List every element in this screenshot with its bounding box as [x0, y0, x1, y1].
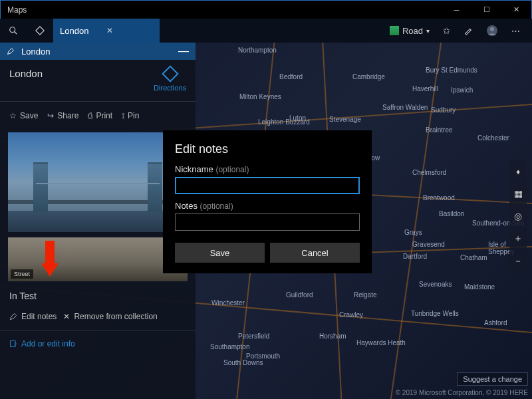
city-label: Horsham — [319, 332, 346, 340]
city-label: Leighton Buzzard — [258, 118, 310, 126]
edit-notes-button[interactable]: Edit notes — [9, 312, 57, 321]
notes-label: Notes (optional) — [175, 201, 360, 211]
city-label: Milton Keynes — [239, 93, 281, 100]
close-window-button[interactable]: ✕ — [501, 1, 531, 19]
city-label: Stevenage — [329, 116, 361, 123]
city-label: Sevenoaks — [419, 281, 452, 288]
city-label: South Downs — [223, 359, 263, 366]
print-action[interactable]: ⎙Print — [84, 108, 116, 123]
zoom-in-button[interactable]: ＋ — [509, 227, 527, 250]
edit-icon — [9, 340, 17, 348]
city-label: Gravesend — [412, 241, 445, 248]
window-title: Maps — [1, 5, 442, 15]
more-icon[interactable]: ⋯ — [505, 19, 527, 43]
city-label: Winchester — [211, 299, 245, 307]
edit-notes-dialog: Edit notes Nickname (optional) Notes (op… — [163, 130, 372, 273]
locate-icon[interactable]: ◎ — [509, 205, 527, 227]
notes-input[interactable] — [175, 213, 360, 231]
tilt-icon[interactable]: ▦ — [509, 182, 527, 205]
print-icon: ⎙ — [88, 111, 92, 120]
pin-icon: ⟟ — [122, 111, 124, 120]
pin-action[interactable]: ⟟Pin — [118, 108, 143, 123]
pencil-icon — [9, 313, 17, 321]
nickname-input[interactable] — [175, 177, 360, 194]
city-label: Saffron Walden — [382, 104, 428, 111]
city-label: Ashford — [484, 319, 507, 327]
directions-icon — [162, 65, 178, 82]
close-icon: ✕ — [63, 312, 70, 321]
map-controls: ⬧ ▦ ◎ ＋ － — [509, 160, 527, 273]
city-label: Haverhill — [412, 85, 438, 92]
save-button[interactable]: Save — [175, 243, 265, 263]
city-label: Chelmsford — [412, 169, 446, 176]
city-label: Bedford — [279, 73, 303, 80]
city-label: Haywards Heath — [356, 339, 406, 346]
save-action[interactable]: ☆Save — [5, 108, 42, 123]
streetside-label: Street — [11, 269, 33, 279]
add-edit-info-link[interactable]: Add or edit info — [0, 331, 196, 356]
city-label: Basildon — [439, 210, 464, 217]
account-icon[interactable] — [479, 19, 505, 43]
search-tab[interactable]: London ✕ — [53, 19, 160, 43]
directions-nav-icon[interactable] — [27, 19, 53, 43]
share-action[interactable]: ↪Share — [43, 108, 82, 123]
favorites-icon[interactable]: ✩ — [436, 19, 457, 43]
city-label: Southampton — [210, 343, 250, 350]
location-name: London — [9, 68, 154, 79]
compass-icon[interactable]: ⬧ — [509, 160, 527, 182]
collection-header: In Test — [0, 281, 196, 307]
panel-header-title: London — [21, 47, 50, 57]
map-style-dropdown[interactable]: Road ▾ — [383, 19, 436, 43]
city-label: Guildford — [286, 291, 313, 299]
city-label: Reigate — [354, 291, 376, 299]
minimize-button[interactable]: ─ — [442, 1, 471, 19]
city-label: Cambridge — [352, 73, 385, 80]
city-label: Petersfield — [238, 332, 269, 340]
pencil-icon — [7, 47, 15, 55]
panel-header[interactable]: London — — [0, 43, 196, 60]
city-label: Braintree — [426, 126, 453, 134]
city-label: Ipswich — [451, 86, 473, 94]
close-tab-icon[interactable]: ✕ — [106, 26, 153, 35]
city-label: Sudbury — [431, 106, 456, 114]
app-toolbar: London ✕ Road ▾ ✩ ⋯ — [0, 19, 532, 43]
search-icon[interactable] — [0, 19, 27, 43]
city-label: Brentwood — [423, 194, 455, 201]
maximize-button[interactable]: ☐ — [471, 1, 501, 19]
city-label: Grays — [404, 229, 422, 236]
svg-point-0 — [10, 27, 15, 33]
chevron-down-icon: ▾ — [426, 27, 430, 35]
streetside-image[interactable]: Street — [8, 237, 188, 281]
suggest-change-button[interactable]: Suggest a change — [457, 372, 528, 386]
cancel-button[interactable]: Cancel — [270, 243, 360, 263]
share-icon: ↪ — [47, 111, 54, 120]
city-label: Dartford — [403, 253, 427, 260]
city-label: Northampton — [238, 47, 277, 54]
city-label: Bury St Edmunds — [426, 66, 477, 74]
annotation-arrow — [41, 241, 59, 277]
svg-line-1 — [15, 32, 17, 35]
city-label: Colchester — [477, 134, 509, 142]
copyright-text: © 2019 Microsoft Corporation, © 2019 HER… — [396, 389, 528, 396]
tab-label: London — [60, 26, 106, 36]
nickname-label: Nickname (optional) — [175, 164, 360, 174]
dialog-title: Edit notes — [175, 142, 360, 156]
city-label: Maidstone — [464, 283, 495, 291]
star-icon: ☆ — [9, 111, 17, 120]
zoom-out-button[interactable]: － — [509, 250, 527, 273]
directions-label: Directions — [154, 84, 186, 92]
city-label: Crawley — [339, 311, 363, 319]
remove-from-collection-button[interactable]: ✕ Remove from collection — [63, 312, 157, 321]
map-style-label: Road — [402, 26, 423, 36]
directions-button[interactable]: Directions — [154, 68, 186, 92]
city-label: Tunbridge Wells — [411, 310, 459, 317]
city-label: Chatham — [460, 254, 487, 261]
collapse-icon[interactable]: — — [178, 45, 189, 57]
svg-point-4 — [490, 27, 494, 31]
window-titlebar: Maps ─ ☐ ✕ — [0, 0, 532, 19]
svg-rect-2 — [36, 27, 44, 35]
ink-icon[interactable] — [457, 19, 479, 43]
location-image[interactable] — [8, 132, 188, 232]
